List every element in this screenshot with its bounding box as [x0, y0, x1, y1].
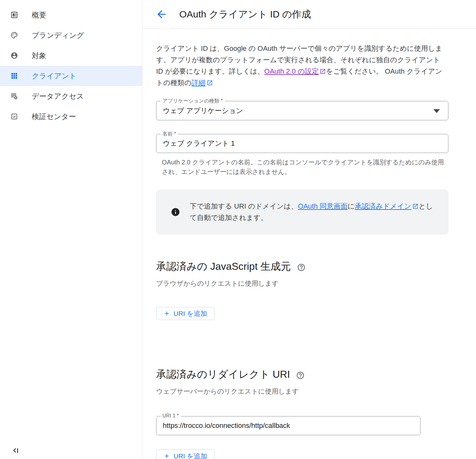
- sidebar-item-verification-center[interactable]: 検証センター: [0, 106, 142, 127]
- sidebar-item-label: クライアント: [32, 71, 76, 81]
- clients-grid-icon: [10, 72, 18, 80]
- help-icon[interactable]: [296, 371, 305, 380]
- client-types-details-link[interactable]: 詳細: [192, 79, 213, 87]
- collapse-panel-icon: [11, 446, 20, 455]
- palette-icon: [10, 31, 18, 39]
- js-origins-section-title: 承認済みの JavaScript 生成元: [156, 260, 448, 274]
- redirect-uri-1-label: URI 1 *: [161, 413, 181, 419]
- form-content: クライアント ID は、Google の OAuth サーバーで個々のアプリを識…: [142, 29, 476, 459]
- js-origins-subtitle: ブラウザからのリクエストに使用します: [156, 279, 448, 288]
- client-name-helper-text: OAuth 2.0 クライアントの名前。この名前はコンソールでクライアントを識別…: [162, 157, 444, 176]
- client-name-label: 名前 *: [161, 131, 178, 137]
- external-link-icon: [320, 68, 326, 75]
- sidebar-item-label: 概要: [32, 10, 46, 20]
- page-header: OAuth クライアント ID の作成: [142, 0, 476, 29]
- page-title: OAuth クライアント ID の作成: [179, 8, 311, 21]
- sidebar-item-data-access[interactable]: データアクセス: [0, 86, 142, 106]
- sidebar: 概要 ブランディング 対象 クライアント: [0, 0, 142, 459]
- redirect-uris-subtitle: ウェブサーバーからのリクエストに使用します: [156, 387, 448, 396]
- sidebar-item-audience[interactable]: 対象: [0, 45, 142, 66]
- application-type-label: アプリケーションの種類 *: [161, 98, 225, 104]
- collapse-sidebar-button[interactable]: [11, 446, 20, 455]
- add-js-origin-uri-button[interactable]: URI を追加: [156, 307, 215, 320]
- sidebar-item-label: 検証センター: [32, 112, 76, 122]
- back-button[interactable]: [155, 8, 168, 20]
- oauth-settings-link[interactable]: OAuth 2.0 の設定: [264, 67, 326, 75]
- notice-text: 下で追加する URI のドメインは、OAuth 同意画面に承認済みドメインとして…: [190, 201, 436, 223]
- redirect-uri-1-input[interactable]: [163, 422, 414, 430]
- sidebar-item-overview[interactable]: 概要: [0, 5, 142, 25]
- verification-check-icon: [10, 113, 18, 120]
- application-type-select[interactable]: アプリケーションの種類 * ウェブ アプリケーション: [156, 101, 448, 120]
- external-link-icon: [412, 203, 419, 210]
- redirect-uri-1-field: URI 1 *: [156, 416, 420, 435]
- oauth-consent-screen-link[interactable]: OAuth 同意画面: [298, 202, 347, 210]
- overview-dashboard-icon: [10, 11, 18, 19]
- add-redirect-uri-button[interactable]: URI を追加: [156, 449, 215, 459]
- dropdown-caret-icon: [433, 109, 440, 113]
- external-link-icon: [207, 80, 213, 86]
- account-circle-icon: [10, 52, 18, 59]
- data-access-icon: [10, 92, 18, 100]
- intro-paragraph: クライアント ID は、Google の OAuth サーバーで個々のアプリを識…: [156, 43, 448, 89]
- sidebar-item-label: データアクセス: [32, 91, 84, 101]
- sidebar-item-label: 対象: [32, 51, 46, 61]
- help-icon[interactable]: [297, 263, 306, 272]
- info-notice: 下で追加する URI のドメインは、OAuth 同意画面に承認済みドメインとして…: [156, 190, 448, 235]
- sidebar-item-branding[interactable]: ブランディング: [0, 25, 142, 45]
- application-type-value: ウェブ アプリケーション: [163, 106, 243, 116]
- back-arrow-icon: [155, 8, 168, 20]
- client-name-field: 名前 *: [156, 134, 448, 153]
- client-name-input[interactable]: [163, 139, 442, 148]
- info-icon: [171, 207, 180, 217]
- plus-icon: [163, 453, 170, 459]
- sidebar-item-clients[interactable]: クライアント: [0, 66, 142, 86]
- sidebar-item-label: ブランディング: [32, 30, 84, 40]
- main-panel: OAuth クライアント ID の作成 クライアント ID は、Google の…: [142, 0, 476, 459]
- redirect-uris-section-title: 承認済みのリダイレクト URI: [156, 368, 448, 382]
- plus-icon: [163, 310, 170, 317]
- authorized-domains-link[interactable]: 承認済みドメイン: [355, 202, 419, 210]
